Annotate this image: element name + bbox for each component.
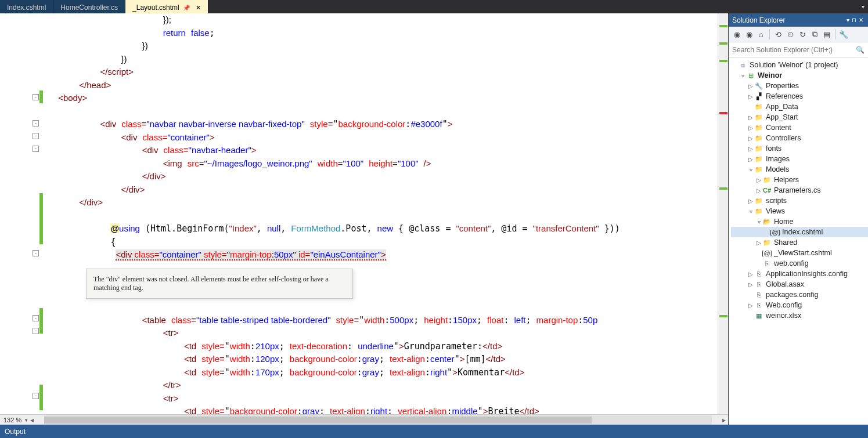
panel-title: Solution Explorer xyxy=(732,16,785,24)
tree-item[interactable]: [@]_ViewStart.cshtml xyxy=(731,248,868,258)
tree-item[interactable]: ▦weinor.xlsx xyxy=(731,310,868,321)
chevron-icon[interactable]: ▷ xyxy=(755,187,762,194)
tree-item[interactable]: ▷📁Images xyxy=(731,154,868,164)
scroll-right-icon[interactable]: ▸ xyxy=(720,416,728,424)
folder-icon: 📁 xyxy=(754,207,763,216)
pin-icon[interactable]: 📌 xyxy=(183,5,190,11)
solution-tree[interactable]: ⧈ Solution 'Weinor' (1 project) ▿ ⊞ Wein… xyxy=(729,57,868,425)
tree-label: Parameters.cs xyxy=(774,186,821,194)
chevron-icon[interactable]: ▷ xyxy=(747,271,754,277)
solution-icon: ⧈ xyxy=(738,60,747,70)
chevron-icon[interactable]: ▷ xyxy=(755,240,762,246)
pending-icon[interactable]: ⏲ xyxy=(784,28,796,40)
tree-label: ApplicationInsights.config xyxy=(766,270,848,278)
chevron-icon[interactable]: ▷ xyxy=(747,146,754,152)
code-area[interactable]: }); return false; }) }) </script> </head… xyxy=(35,13,718,414)
search-input[interactable] xyxy=(732,46,856,54)
output-panel-tab[interactable]: Output xyxy=(0,425,868,438)
editor-horizontal-scrollbar[interactable]: 132 % ▾ ◂ ▸ xyxy=(0,414,728,425)
tree-item[interactable]: ▷📁Shared xyxy=(731,237,868,248)
tab-overflow-icon[interactable]: ▾ xyxy=(860,3,866,10)
forward-icon[interactable]: ◉ xyxy=(743,28,755,40)
home-icon[interactable]: ⌂ xyxy=(755,28,767,40)
tree-label: References xyxy=(766,92,803,100)
tree-label: packages.config xyxy=(766,291,818,299)
tree-item[interactable]: ⎘web.config xyxy=(731,258,868,269)
tree-item[interactable]: ▷📁fonts xyxy=(731,143,868,154)
tree-item[interactable]: ▷📁Helpers xyxy=(731,175,868,185)
tree-label: web.config xyxy=(774,259,809,267)
chevron-icon[interactable]: ▷ xyxy=(747,135,754,142)
chevron-icon[interactable]: ▷ xyxy=(747,93,754,100)
chevron-icon[interactable]: ▿ xyxy=(747,166,754,173)
chevron-icon[interactable]: ▿ xyxy=(747,208,754,215)
config-file-icon: ⎘ xyxy=(754,269,763,278)
refresh-icon[interactable]: ↻ xyxy=(797,28,808,40)
properties-icon[interactable]: 🔧 xyxy=(838,28,849,40)
tree-item[interactable]: ⎘packages.config xyxy=(731,289,868,300)
panel-title-bar[interactable]: Solution Explorer ▾ ⊓ ✕ xyxy=(729,13,868,27)
tree-label: Images xyxy=(766,155,790,163)
config-file-icon: ⎘ xyxy=(754,301,763,310)
code-editor[interactable]: - - - - - - - - }); return false; }) }) xyxy=(0,13,728,425)
search-icon[interactable]: 🔍 xyxy=(856,46,865,54)
solution-explorer-toolbar: ◉ ◉ ⌂ ⟲ ⏲ ↻ ⧉ ▤ 🔧 xyxy=(729,27,868,42)
tree-item[interactable]: ▷⎘Web.config xyxy=(731,300,868,310)
tab-homecontroller-cs[interactable]: HomeController.cs xyxy=(53,0,125,13)
tree-item[interactable]: [@]Index.cshtml xyxy=(731,227,868,237)
back-icon[interactable]: ◉ xyxy=(731,28,743,40)
output-title: Output xyxy=(5,428,26,436)
tab-index-cshtml[interactable]: Index.cshtml xyxy=(0,0,53,13)
scroll-left-icon[interactable]: ◂ xyxy=(28,416,36,424)
chevron-icon[interactable]: ▷ xyxy=(747,125,754,131)
zoom-level[interactable]: 132 % xyxy=(0,417,25,423)
close-icon[interactable]: ✕ xyxy=(193,4,201,12)
scroll-track[interactable] xyxy=(44,415,712,425)
tree-item[interactable]: ▿📁Models xyxy=(731,164,868,175)
folder-icon: 📁 xyxy=(754,123,763,132)
chevron-icon[interactable]: ▷ xyxy=(747,281,754,288)
tree-label: scripts xyxy=(766,197,787,205)
tree-item[interactable]: ▷⎘ApplicationInsights.config xyxy=(731,269,868,279)
tree-item[interactable]: ▷▞References xyxy=(731,91,868,102)
tree-item[interactable]: ▷🔧Properties xyxy=(731,81,868,91)
tree-item[interactable]: ▷⎘Global.asax xyxy=(731,279,868,289)
chevron-icon[interactable]: ▷ xyxy=(747,302,754,309)
tree-item[interactable]: ▿📁Views xyxy=(731,206,868,216)
tree-label: Properties xyxy=(766,82,799,90)
project-icon: ⊞ xyxy=(746,71,755,80)
scroll-thumb[interactable] xyxy=(44,417,592,423)
tree-item[interactable]: ▷📁Content xyxy=(731,122,868,133)
collapse-all-icon[interactable]: ⧉ xyxy=(809,28,820,40)
solution-explorer-search[interactable]: 🔍 xyxy=(729,42,868,57)
folder-icon: 📁 xyxy=(762,238,772,247)
tree-label: Models xyxy=(766,165,789,173)
tree-item[interactable]: ▷📁App_Start xyxy=(731,112,868,122)
tree-item[interactable]: ▷📁scripts xyxy=(731,196,868,206)
sync-icon[interactable]: ⟲ xyxy=(772,28,784,40)
tree-item[interactable]: 📁App_Data xyxy=(731,102,868,112)
chevron-icon[interactable]: ▷ xyxy=(747,156,754,162)
chevron-icon[interactable]: ▷ xyxy=(747,83,754,89)
close-icon[interactable]: ✕ xyxy=(858,17,865,23)
document-tabbar: Index.cshtml HomeController.cs _Layout.c… xyxy=(0,0,868,13)
chevron-icon[interactable]: ▷ xyxy=(747,114,754,121)
chevron-icon[interactable]: ▷ xyxy=(755,177,762,183)
config-file-icon: ⎘ xyxy=(762,259,772,268)
chevron-down-icon[interactable]: ▿ xyxy=(739,73,746,79)
tree-item[interactable]: ▷C#Parameters.cs xyxy=(731,185,868,196)
tree-item[interactable]: ▷📁Controllers xyxy=(731,133,868,143)
csharp-file-icon: C# xyxy=(762,186,772,195)
overview-ruler[interactable] xyxy=(718,13,728,414)
show-all-icon[interactable]: ▤ xyxy=(821,28,833,40)
panel-menu-icon[interactable]: ▾ xyxy=(845,17,851,23)
tree-label: Views xyxy=(766,207,785,215)
chevron-icon[interactable]: ▿ xyxy=(755,219,762,225)
tab-layout-cshtml[interactable]: _Layout.cshtml 📌 ✕ xyxy=(125,0,208,13)
tree-solution-node[interactable]: ⧈ Solution 'Weinor' (1 project) xyxy=(731,60,868,70)
tree-project-node[interactable]: ▿ ⊞ Weinor xyxy=(731,70,868,81)
tab-label: _Layout.cshtml xyxy=(132,3,179,12)
pin-icon[interactable]: ⊓ xyxy=(851,17,858,23)
chevron-icon[interactable]: ▷ xyxy=(747,198,754,204)
tree-item[interactable]: ▿📂Home xyxy=(731,216,868,227)
